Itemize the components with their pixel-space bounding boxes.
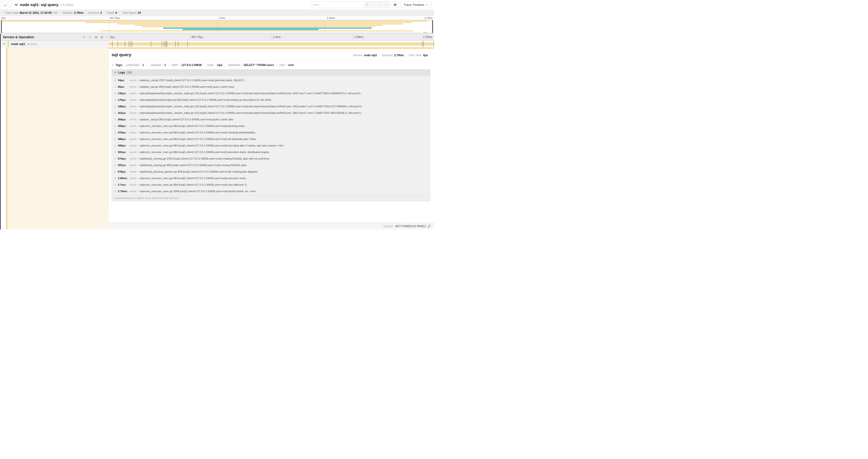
log-expander-icon[interactable] xyxy=(114,86,116,88)
focus-match-icon[interactable] xyxy=(364,2,371,8)
log-row[interactable]: 574μs: event=‹sql/distsql_running.go:142… xyxy=(112,155,430,162)
collapse-one-icon[interactable] xyxy=(83,36,86,39)
log-value: sql/conn_executor_exec.go:684 [nsql1,cli… xyxy=(140,138,256,140)
view-selector-button[interactable]: Trace Timeline xyxy=(401,1,431,8)
log-expander-icon[interactable] xyxy=(114,99,116,101)
logs-footer-note: Log timestamps are relative to the start… xyxy=(112,195,430,201)
log-expander-icon[interactable] xyxy=(114,105,116,107)
log-expander-icon[interactable] xyxy=(114,190,116,192)
expand-all-icon[interactable] xyxy=(100,36,103,39)
span-collapse-icon[interactable] xyxy=(3,43,6,45)
trace-stat: Total Spans 10 xyxy=(120,11,143,14)
log-timestamp: 189μs: xyxy=(118,105,129,108)
log-row[interactable]: 2.7ms: event=‹sql/conn_executor_exec.go:… xyxy=(112,182,430,188)
log-expander-icon[interactable] xyxy=(114,119,116,121)
log-expander-icon[interactable] xyxy=(114,112,116,114)
keyboard-shortcuts-button[interactable]: ⌘ xyxy=(392,1,399,8)
log-key: event xyxy=(129,138,136,140)
log-row[interactable]: 142μs: event=‹sql/catalog/lease/descript… xyxy=(112,90,430,97)
stat-label: Trace Start xyxy=(5,11,19,14)
log-row[interactable]: 34μs: event=‹sql/exec_util.go:2297 [nsql… xyxy=(112,77,430,84)
collapse-all-icon[interactable] xyxy=(94,36,97,39)
log-timestamp: 176μs: xyxy=(118,98,129,101)
log-row[interactable]: 366μs: event=‹sql/plan_opt.go:358 [nsql1… xyxy=(112,116,430,123)
trace-stat: Duration 2.79ms xyxy=(60,11,86,14)
tag-item[interactable]: statement = SELECT * FROM users xyxy=(225,63,276,67)
tag-item[interactable]: client = 127.0.0.1:59936 xyxy=(168,63,204,67)
log-expander-icon[interactable] xyxy=(114,144,116,147)
column-resizer[interactable]: || xyxy=(106,36,108,38)
log-quote-close: › xyxy=(362,105,362,108)
log-row[interactable]: 189μs: event=‹sql/catalog/lease/descript… xyxy=(112,103,430,110)
span-row-timeline-cell[interactable] xyxy=(108,41,434,47)
tags-row[interactable]: Tags: _unfinished = 1 _verbose = 1 clien… xyxy=(112,63,430,67)
log-row[interactable]: 2.79ms: event=‹sql/conn_executor_exec.go… xyxy=(112,188,430,195)
log-row[interactable]: 176μs: event=‹sql/catalog/descs/descript… xyxy=(112,97,430,103)
clear-search-icon[interactable] xyxy=(383,2,390,8)
span-row-name-cell[interactable]: node sql1 sql query xyxy=(0,41,108,47)
log-expander-icon[interactable] xyxy=(114,125,116,127)
log-text: event=‹sql/distsql_running.go:498 [nsql1… xyxy=(129,164,247,167)
minimap-right-handle[interactable] xyxy=(432,20,433,33)
log-value: sql/conn_executor_exec.go:2046 [nsql1,cl… xyxy=(140,190,255,193)
span-operation-name: sql query xyxy=(27,42,37,45)
minimap-span-bar xyxy=(1,21,427,22)
log-row[interactable]: 678μs: event=‹sql/distsql_physical_plann… xyxy=(112,168,430,175)
log-expander-icon[interactable] xyxy=(114,79,116,81)
list-scroll-handle[interactable] xyxy=(0,34,1,230)
logs-header[interactable]: Logs (18) xyxy=(112,69,430,75)
tag-item[interactable]: node = sql1 xyxy=(205,63,225,67)
minimap-left-handle[interactable] xyxy=(1,20,2,33)
minimap-gridline xyxy=(217,20,217,33)
log-marker-tick xyxy=(130,41,131,47)
log-row[interactable]: 201μs: event=‹sql/catalog/lease/descript… xyxy=(112,110,430,116)
log-row[interactable]: 495μs: event=‹sql/conn_executor_exec.go:… xyxy=(112,142,430,149)
back-button[interactable]: ← xyxy=(0,0,11,9)
log-expander-icon[interactable] xyxy=(114,177,116,179)
find-input[interactable] xyxy=(310,2,364,8)
expand-one-icon[interactable] xyxy=(89,36,92,39)
log-expander-icon[interactable] xyxy=(114,132,116,134)
log-quote-close: › xyxy=(245,177,246,179)
log-marker-tick xyxy=(178,41,178,47)
log-equals: = xyxy=(136,79,139,81)
tags-expander-icon[interactable] xyxy=(112,64,114,66)
chevron-down-icon[interactable] xyxy=(14,3,18,6)
tag-equals: = xyxy=(162,63,163,67)
log-row[interactable]: 476μs: event=‹sql/conn_executor_exec.go:… xyxy=(112,129,430,136)
log-expander-icon[interactable] xyxy=(114,158,116,160)
log-row[interactable]: 2.69ms: event=‹sql/conn_executor_exec.go… xyxy=(112,175,430,182)
log-row[interactable]: 459μs: event=‹sql/conn_executor_exec.go:… xyxy=(112,123,430,129)
span-color-accent xyxy=(8,41,9,47)
span-duration-bar[interactable] xyxy=(108,42,434,45)
log-key: event xyxy=(129,85,136,88)
log-expander-icon[interactable] xyxy=(114,171,116,173)
trace-stat: Services 2 xyxy=(86,11,104,14)
tag-item[interactable]: _verbose = 1 xyxy=(147,63,168,67)
span-id-bar: SpanID: 4877749850101760812 xyxy=(109,223,434,230)
minimap-tick-label: 697.75μs xyxy=(110,17,120,19)
prev-match-icon[interactable] xyxy=(371,2,377,8)
log-row[interactable]: 486μs: event=‹sql/conn_executor_exec.go:… xyxy=(112,136,430,142)
log-expander-icon[interactable] xyxy=(114,92,116,94)
log-row[interactable]: 597μs: event=‹sql/distsql_running.go:498… xyxy=(112,162,430,168)
log-row[interactable]: 80μs: event=‹sql/plan_opt.go:358 [nsql1,… xyxy=(112,84,430,90)
detail-span-bar xyxy=(109,47,434,49)
tag-item[interactable]: user = root xyxy=(277,63,296,67)
log-quote-close: › xyxy=(244,125,245,127)
log-expander-icon[interactable] xyxy=(114,151,116,153)
log-value: sql/catalog/descs/descriptor.go:98 [nsql… xyxy=(140,98,271,101)
log-value: sql/distsql_running.go:1420 [nsql1,clien… xyxy=(140,157,269,160)
log-expander-icon[interactable] xyxy=(114,138,116,140)
log-expander-icon[interactable] xyxy=(114,184,116,186)
log-expander-icon[interactable] xyxy=(114,164,116,166)
copy-link-icon[interactable] xyxy=(428,225,431,228)
next-match-icon[interactable] xyxy=(377,2,383,8)
log-row[interactable]: 502μs: event=‹sql/conn_executor_exec.go:… xyxy=(112,149,430,155)
log-quote-close: › xyxy=(246,164,247,167)
timeline-minimap: 0μs697.75μs1.4ms2.09ms2.79ms xyxy=(0,16,434,34)
minimap-span-bar xyxy=(100,30,413,31)
log-timestamp: 366μs: xyxy=(118,118,129,121)
minimap-canvas[interactable] xyxy=(1,20,433,33)
tag-item[interactable]: _unfinished = 1 xyxy=(125,63,147,67)
